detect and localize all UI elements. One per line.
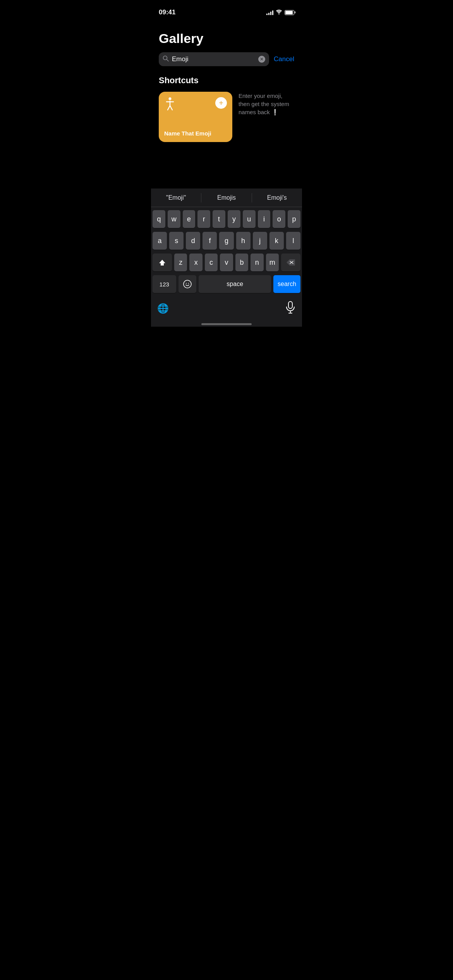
shortcut-card-icon	[164, 97, 176, 114]
shortcut-card[interactable]: + Name That Emoji	[159, 92, 232, 142]
search-input[interactable]	[172, 55, 255, 63]
key-row-4: 123 space search	[153, 275, 300, 293]
key-t[interactable]: t	[213, 210, 225, 228]
svg-point-0	[278, 14, 280, 15]
status-icons	[266, 9, 294, 15]
key-y[interactable]: y	[228, 210, 240, 228]
shortcut-card-name: Name That Emoji	[164, 130, 227, 137]
key-s[interactable]: s	[169, 232, 184, 250]
page-title: Gallery	[159, 31, 294, 46]
emoji-key[interactable]	[178, 275, 197, 293]
shortcuts-section: + Name That Emoji Enter your emoji, then…	[159, 92, 294, 142]
status-time: 09:41	[159, 9, 175, 16]
autocomplete-item-1[interactable]: "Emoji"	[151, 193, 201, 203]
svg-rect-14	[288, 302, 292, 308]
key-u[interactable]: u	[243, 210, 256, 228]
key-w[interactable]: w	[168, 210, 180, 228]
key-row-1: q w e r t y u i o p	[153, 210, 300, 228]
key-i[interactable]: i	[258, 210, 271, 228]
shortcut-description: Enter your emoji, then get the system na…	[239, 92, 294, 116]
mic-icon[interactable]	[285, 301, 296, 316]
status-bar: 09:41	[151, 0, 302, 19]
key-a[interactable]: a	[153, 232, 167, 250]
key-r[interactable]: r	[197, 210, 210, 228]
autocomplete-item-3[interactable]: Emoji's	[252, 193, 302, 203]
key-c[interactable]: c	[205, 254, 218, 271]
clear-button[interactable]: ✕	[258, 56, 265, 63]
key-m[interactable]: m	[266, 254, 279, 271]
backspace-key[interactable]	[281, 254, 300, 271]
wifi-icon	[276, 9, 282, 15]
svg-point-11	[184, 280, 191, 288]
svg-line-7	[170, 106, 172, 110]
key-row-3: z x c v b n m	[153, 254, 300, 271]
svg-point-12	[186, 283, 187, 284]
cancel-button[interactable]: Cancel	[274, 55, 294, 63]
home-indicator	[151, 320, 302, 327]
svg-line-2	[167, 60, 169, 62]
key-j[interactable]: j	[253, 232, 267, 250]
key-x[interactable]: x	[189, 254, 202, 271]
key-p[interactable]: p	[288, 210, 300, 228]
svg-point-13	[188, 283, 189, 284]
search-button[interactable]: search	[273, 275, 300, 293]
svg-line-6	[168, 106, 170, 110]
add-button[interactable]: +	[215, 97, 227, 109]
key-row-2: a s d f g h j k l	[153, 232, 300, 250]
key-d[interactable]: d	[186, 232, 200, 250]
keyboard-area: "Emoji" Emojis Emoji's q w e r t y u i o…	[151, 188, 302, 327]
section-title: Shortcuts	[159, 75, 294, 86]
numbers-key[interactable]: 123	[153, 275, 176, 293]
key-q[interactable]: q	[153, 210, 165, 228]
search-container: ✕ Cancel	[159, 52, 294, 66]
key-k[interactable]: k	[269, 232, 284, 250]
key-l[interactable]: l	[286, 232, 300, 250]
battery-icon	[285, 10, 294, 15]
search-bar[interactable]: ✕	[159, 52, 269, 66]
autocomplete-bar: "Emoji" Emojis Emoji's	[151, 188, 302, 207]
key-v[interactable]: v	[220, 254, 233, 271]
key-n[interactable]: n	[251, 254, 263, 271]
key-f[interactable]: f	[202, 232, 217, 250]
key-z[interactable]: z	[174, 254, 187, 271]
keyboard-rows: q w e r t y u i o p a s d f g h j k l	[151, 207, 302, 298]
key-g[interactable]: g	[219, 232, 233, 250]
home-bar	[201, 323, 252, 325]
key-e[interactable]: e	[183, 210, 196, 228]
globe-icon[interactable]: 🌐	[157, 303, 169, 314]
key-o[interactable]: o	[273, 210, 285, 228]
bottom-bar: 🌐	[151, 298, 302, 320]
key-h[interactable]: h	[236, 232, 251, 250]
space-key[interactable]: space	[199, 275, 271, 293]
autocomplete-item-2[interactable]: Emojis	[201, 193, 251, 203]
svg-point-3	[169, 98, 172, 100]
shift-key[interactable]	[153, 254, 172, 271]
svg-marker-8	[159, 260, 165, 266]
key-b[interactable]: b	[235, 254, 248, 271]
signal-icon	[266, 10, 273, 15]
main-content: Gallery ✕ Cancel Shortcuts	[151, 19, 302, 142]
search-icon	[163, 55, 169, 63]
